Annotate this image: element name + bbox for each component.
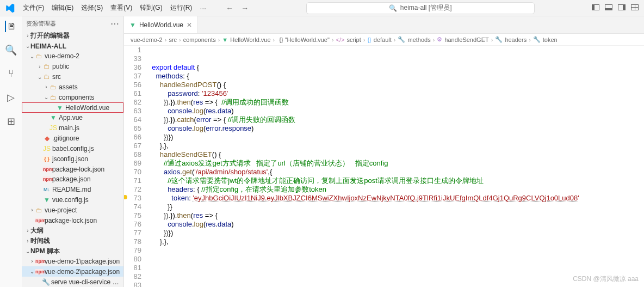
menu-edit[interactable]: 编辑(E): [48, 1, 77, 15]
command-center[interactable]: 🔍 heima-all [管理员]: [306, 2, 535, 14]
file-vue-config[interactable]: ▼vue.config.js: [22, 195, 123, 205]
extensions-icon[interactable]: ⊞: [7, 115, 15, 127]
vscode-logo-icon: [0, 3, 20, 13]
line-gutter: 1333637566162636465666768697071727374757…: [124, 46, 148, 287]
file-helloworld-vue[interactable]: ▼HelloWorld.vue: [22, 102, 123, 113]
npm-serve[interactable]: 🔧serve vue-cli-service serve: [22, 277, 123, 287]
folder-vue-demo-2[interactable]: ⌄🗀vue-demo-2: [22, 51, 123, 62]
close-icon[interactable]: ✕: [187, 21, 192, 29]
sidebar-more-icon[interactable]: ⋯: [110, 19, 119, 29]
open-editors-section[interactable]: ›打开的编辑器: [22, 30, 123, 41]
folder-src[interactable]: ⌄🗀src: [22, 72, 123, 82]
editor-group: ▼ HelloWorld.vue ✕ vue-demo-2› src› comp…: [124, 16, 644, 287]
layout-right-icon[interactable]: [618, 4, 626, 12]
menu-view[interactable]: 查看(V): [107, 1, 135, 15]
explorer-icon[interactable]: 🗎: [5, 21, 17, 32]
tab-label: HelloWorld.vue: [139, 21, 183, 29]
code-content[interactable]: </span> export default { methods: { hand…: [148, 46, 644, 287]
file-main-js[interactable]: JSmain.js: [22, 123, 123, 133]
layout-bottom-icon[interactable]: [605, 4, 612, 12]
nav-forward-icon[interactable]: →: [241, 4, 249, 13]
timeline-section[interactable]: ›时间线: [22, 236, 123, 246]
file-package-lock-2[interactable]: npmpackage-lock.json: [22, 215, 123, 225]
source-control-icon[interactable]: ⑂: [8, 68, 14, 80]
layout-left-icon[interactable]: [592, 4, 599, 12]
search-icon[interactable]: 🔍: [5, 44, 17, 56]
npm-scripts-section[interactable]: ⌄NPM 脚本: [22, 246, 123, 257]
folder-vue-project[interactable]: ›🗀vue-project: [22, 205, 123, 215]
tab-bar: ▼ HelloWorld.vue ✕: [124, 16, 644, 34]
activity-bar: 🗎 🔍 ⑂ ▷ ⊞: [0, 16, 22, 287]
file-package-json[interactable]: npmpackage.json: [22, 174, 123, 185]
menu-goto[interactable]: 转到(G): [137, 1, 165, 15]
layout-controls: [592, 4, 644, 12]
sidebar: 资源管理器 ⋯ ›打开的编辑器 ⌄HEIMA-ALL ⌄🗀vue-demo-2 …: [22, 16, 124, 287]
file-gitignore[interactable]: ◆.gitignore: [22, 133, 123, 144]
nav-arrows: ← →: [226, 4, 249, 13]
code-editor[interactable]: 1333637566162636465666768697071727374757…: [124, 46, 644, 287]
watermark: CSDN @清风微凉 aaa: [573, 274, 639, 284]
menu-file[interactable]: 文件(F): [20, 1, 47, 15]
search-text: heima-all [管理员]: [400, 3, 452, 13]
outline-section[interactable]: ›大纲: [22, 225, 123, 236]
vue-file-icon: ▼: [129, 21, 136, 29]
menu-run[interactable]: 运行(R): [167, 1, 196, 15]
npm-script-2[interactable]: ⌄npmvue-demo-2\package.json: [22, 266, 123, 277]
vue-file-icon: ▼: [222, 36, 228, 43]
breadcrumbs[interactable]: vue-demo-2› src› components› ▼HelloWorld…: [124, 34, 644, 46]
search-icon: 🔍: [389, 4, 397, 12]
menu-select[interactable]: 选择(S): [78, 1, 106, 15]
sidebar-title: 资源管理器: [26, 20, 56, 28]
menu-more[interactable]: …: [196, 1, 209, 15]
nav-back-icon[interactable]: ←: [226, 4, 233, 13]
layout-grid-icon[interactable]: [631, 4, 639, 12]
file-jsconfig[interactable]: { }jsconfig.json: [22, 154, 123, 164]
folder-components[interactable]: ⌄🗀components: [22, 92, 123, 102]
npm-script-1[interactable]: ›npmvue-demo-1\package.json: [22, 257, 123, 267]
project-root[interactable]: ⌄HEIMA-ALL: [22, 41, 123, 51]
file-package-lock[interactable]: npmpackage-lock.json: [22, 164, 123, 174]
debug-icon[interactable]: ▷: [7, 91, 15, 103]
file-babel-config[interactable]: JSbabel.config.js: [22, 143, 123, 154]
tab-helloworld[interactable]: ▼ HelloWorld.vue ✕: [124, 16, 198, 33]
file-app-vue[interactable]: ▼App.vue: [22, 113, 123, 123]
menu-bar: 文件(F) 编辑(E) 选择(S) 查看(V) 转到(G) 运行(R) …: [20, 1, 209, 15]
titlebar: 文件(F) 编辑(E) 选择(S) 查看(V) 转到(G) 运行(R) … ← …: [0, 0, 644, 16]
folder-public[interactable]: ›🗀public: [22, 62, 123, 72]
folder-assets[interactable]: ›🗀assets: [22, 82, 123, 93]
file-readme[interactable]: M↓README.md: [22, 185, 123, 195]
